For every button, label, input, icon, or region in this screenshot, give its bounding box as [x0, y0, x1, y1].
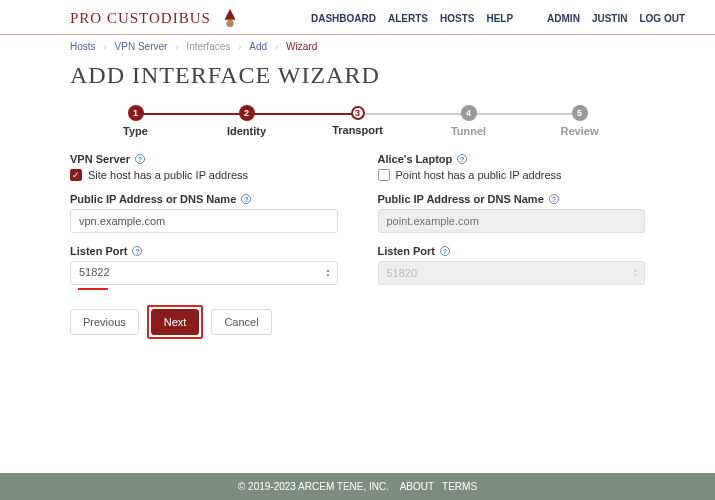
step-label-3: Transport: [302, 124, 413, 136]
right-pubip-checkbox[interactable]: [378, 169, 390, 181]
next-highlight: Next: [147, 305, 204, 339]
spinner-icon[interactable]: ▲▼: [326, 268, 334, 278]
left-ip-input[interactable]: [70, 209, 338, 233]
header-rule: [0, 34, 715, 35]
right-host-label: Alice's Laptop ?: [378, 153, 646, 165]
topnav: DASHBOARD ALERTS HOSTS HELP ADMIN JUSTIN…: [311, 13, 685, 24]
right-port-input: [378, 261, 646, 285]
help-icon[interactable]: ?: [457, 154, 467, 164]
footer-copyright: © 2019-2023 ARCEM TENE, INC.: [238, 481, 389, 492]
help-icon[interactable]: ?: [135, 154, 145, 164]
step-identity: 2 Identity: [191, 105, 302, 137]
crumb-add[interactable]: Add: [249, 41, 267, 52]
step-label-2: Identity: [191, 125, 302, 137]
previous-button[interactable]: Previous: [70, 309, 139, 335]
brand: PRO CUSTODIBUS: [70, 7, 241, 29]
breadcrumb: Hosts› VPN Server› Interfaces› Add› Wiza…: [70, 41, 645, 52]
help-icon[interactable]: ?: [440, 246, 450, 256]
left-port-label: Listen Port ?: [70, 245, 338, 257]
nav-alerts[interactable]: ALERTS: [388, 13, 428, 24]
step-label-4: Tunnel: [413, 125, 524, 137]
right-pubip-label: Point host has a public IP address: [396, 169, 562, 181]
help-icon[interactable]: ?: [132, 246, 142, 256]
step-label-1: Type: [80, 125, 191, 137]
left-port-text: Listen Port: [70, 245, 127, 257]
main-container: Hosts› VPN Server› Interfaces› Add› Wiza…: [0, 35, 715, 339]
nav-admin[interactable]: ADMIN: [547, 13, 580, 24]
step-tunnel: 4 Tunnel: [413, 105, 524, 137]
button-row: Previous Next Cancel: [70, 305, 338, 339]
step-dot-5: 5: [572, 105, 588, 121]
cancel-button[interactable]: Cancel: [211, 309, 271, 335]
right-column: Alice's Laptop ? Point host has a public…: [378, 153, 646, 339]
footer-about[interactable]: ABOUT: [400, 481, 434, 492]
next-button[interactable]: Next: [151, 309, 200, 335]
right-pubip-row: Point host has a public IP address: [378, 169, 646, 181]
right-port-wrapper: ▲▼: [378, 261, 646, 285]
topbar: PRO CUSTODIBUS DASHBOARD ALERTS HOSTS HE…: [0, 0, 715, 34]
nav-user[interactable]: JUSTIN: [592, 13, 628, 24]
spinner-icon: ▲▼: [633, 268, 641, 278]
left-host-text: VPN Server: [70, 153, 130, 165]
footer: © 2019-2023 ARCEM TENE, INC. ABOUT TERMS: [0, 473, 715, 500]
help-icon[interactable]: ?: [241, 194, 251, 204]
step-dot-2: 2: [239, 105, 255, 121]
page-title: ADD INTERFACE WIZARD: [70, 62, 645, 89]
footer-terms[interactable]: TERMS: [442, 481, 477, 492]
brand-logo-icon: [219, 7, 241, 29]
brand-text: PRO CUSTODIBUS: [70, 10, 211, 27]
right-port-text: Listen Port: [378, 245, 435, 257]
right-ip-label: Public IP Address or DNS Name ?: [378, 193, 646, 205]
svg-point-0: [226, 20, 233, 27]
step-label-5: Review: [524, 125, 635, 137]
step-dot-1: 1: [128, 105, 144, 121]
right-ip-text: Public IP Address or DNS Name: [378, 193, 544, 205]
crumb-hosts[interactable]: Hosts: [70, 41, 96, 52]
nav-hosts[interactable]: HOSTS: [440, 13, 474, 24]
crumb-wizard: Wizard: [286, 41, 317, 52]
left-pubip-row: ✓ Site host has a public IP address: [70, 169, 338, 181]
stepper: 1 Type 2 Identity 3 Transport 4 Tunnel 5…: [80, 105, 635, 137]
right-port-label: Listen Port ?: [378, 245, 646, 257]
crumb-interfaces: Interfaces: [186, 41, 230, 52]
nav-logout[interactable]: LOG OUT: [639, 13, 685, 24]
left-pubip-label: Site host has a public IP address: [88, 169, 248, 181]
left-host-label: VPN Server ?: [70, 153, 338, 165]
step-type: 1 Type: [80, 105, 191, 137]
left-pubip-checkbox[interactable]: ✓: [70, 169, 82, 181]
left-ip-text: Public IP Address or DNS Name: [70, 193, 236, 205]
left-ip-label: Public IP Address or DNS Name ?: [70, 193, 338, 205]
right-ip-input: [378, 209, 646, 233]
form-area: VPN Server ? ✓ Site host has a public IP…: [70, 153, 645, 339]
step-dot-3: 3: [351, 106, 365, 120]
step-dot-4: 4: [461, 105, 477, 121]
step-transport: 3 Transport: [302, 105, 413, 136]
right-host-text: Alice's Laptop: [378, 153, 453, 165]
nav-dashboard[interactable]: DASHBOARD: [311, 13, 376, 24]
help-icon[interactable]: ?: [549, 194, 559, 204]
step-review: 5 Review: [524, 105, 635, 137]
nav-help[interactable]: HELP: [486, 13, 513, 24]
left-column: VPN Server ? ✓ Site host has a public IP…: [70, 153, 338, 339]
crumb-vpn[interactable]: VPN Server: [115, 41, 168, 52]
